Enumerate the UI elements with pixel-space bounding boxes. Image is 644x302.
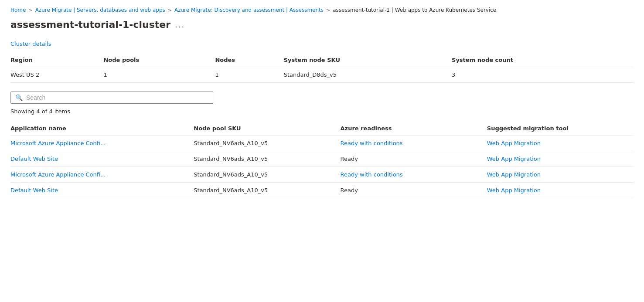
more-options-icon[interactable]: ... xyxy=(175,20,185,29)
azure-readiness-cell: Ready xyxy=(341,151,487,167)
cluster-node-pools: 1 xyxy=(103,67,215,83)
azure-readiness-cell: Ready with conditions xyxy=(341,136,487,151)
crumb-azure-migrate[interactable]: Azure Migrate | Servers, databases and w… xyxy=(35,7,165,13)
readiness-status[interactable]: Ready with conditions xyxy=(341,140,403,146)
breadcrumb: Home > Azure Migrate | Servers, database… xyxy=(10,7,634,13)
table-row: Default Web Site Standard_NV6ads_A10_v5 … xyxy=(10,151,634,167)
node-pool-sku-cell: Standard_NV6ads_A10_v5 xyxy=(194,167,340,183)
migration-tool-link[interactable]: Web App Migration xyxy=(487,156,541,162)
crumb-discovery[interactable]: Azure Migrate: Discovery and assessment … xyxy=(174,7,324,13)
app-name-link[interactable]: Default Web Site xyxy=(10,187,58,193)
crumb-assessment: assessment-tutorial-1 | Web apps to Azur… xyxy=(333,7,496,13)
cluster-node-count: 3 xyxy=(452,67,634,83)
search-box-container[interactable]: 🔍 xyxy=(10,92,213,104)
readiness-status: Ready xyxy=(341,187,358,193)
app-name-cell: Default Web Site xyxy=(10,151,194,167)
breadcrumb-sep-1: > xyxy=(28,7,32,13)
table-row: Microsoft Azure Appliance Confi... Stand… xyxy=(10,136,634,151)
app-name-cell: Microsoft Azure Appliance Confi... xyxy=(10,167,194,183)
cluster-details-label[interactable]: Cluster details xyxy=(10,41,634,47)
cluster-col-region: Region xyxy=(10,53,103,67)
migration-tool-link[interactable]: Web App Migration xyxy=(487,187,541,193)
migration-tool-link[interactable]: Web App Migration xyxy=(487,171,541,178)
showing-text: Showing 4 of 4 items xyxy=(10,108,634,115)
apps-col-migration-tool: Suggested migration tool xyxy=(487,122,634,136)
breadcrumb-sep-3: > xyxy=(326,7,330,13)
migration-tool-cell: Web App Migration xyxy=(487,167,634,183)
readiness-status: Ready xyxy=(341,156,358,162)
migration-tool-link[interactable]: Web App Migration xyxy=(487,140,541,146)
migration-tool-cell: Web App Migration xyxy=(487,151,634,167)
azure-readiness-cell: Ready with conditions xyxy=(341,167,487,183)
node-pool-sku-cell: Standard_NV6ads_A10_v5 xyxy=(194,151,340,167)
node-pool-sku-cell: Standard_NV6ads_A10_v5 xyxy=(194,183,340,198)
cluster-col-node-count: System node count xyxy=(452,53,634,67)
cluster-region: West US 2 xyxy=(10,67,103,83)
app-name-cell: Default Web Site xyxy=(10,183,194,198)
cluster-nodes: 1 xyxy=(215,67,283,83)
app-name-link[interactable]: Microsoft Azure Appliance Confi... xyxy=(10,140,106,146)
page-title-row: assessment-tutorial-1-cluster ... xyxy=(10,19,634,30)
apps-col-readiness: Azure readiness xyxy=(341,122,487,136)
apps-col-node-pool-sku: Node pool SKU xyxy=(194,122,340,136)
migration-tool-cell: Web App Migration xyxy=(487,136,634,151)
cluster-col-node-pools: Node pools xyxy=(103,53,215,67)
crumb-home[interactable]: Home xyxy=(10,7,26,13)
apps-col-name: Application name xyxy=(10,122,194,136)
search-input[interactable] xyxy=(26,94,208,101)
readiness-status[interactable]: Ready with conditions xyxy=(341,171,403,178)
breadcrumb-sep-2: > xyxy=(168,7,172,13)
app-name-link[interactable]: Microsoft Azure Appliance Confi... xyxy=(10,171,106,178)
node-pool-sku-cell: Standard_NV6ads_A10_v5 xyxy=(194,136,340,151)
table-row: Microsoft Azure Appliance Confi... Stand… xyxy=(10,167,634,183)
table-row: Default Web Site Standard_NV6ads_A10_v5 … xyxy=(10,183,634,198)
search-icon: 🔍 xyxy=(15,94,23,101)
app-name-cell: Microsoft Azure Appliance Confi... xyxy=(10,136,194,151)
azure-readiness-cell: Ready xyxy=(341,183,487,198)
apps-table: Application name Node pool SKU Azure rea… xyxy=(10,122,634,198)
cluster-col-nodes: Nodes xyxy=(215,53,283,67)
migration-tool-cell: Web App Migration xyxy=(487,183,634,198)
page-title: assessment-tutorial-1-cluster xyxy=(10,19,170,30)
cluster-row: West US 2 1 1 Standard_D8ds_v5 3 xyxy=(10,67,634,83)
app-name-link[interactable]: Default Web Site xyxy=(10,156,58,162)
cluster-system-sku: Standard_D8ds_v5 xyxy=(284,67,452,83)
cluster-details-table: Region Node pools Nodes System node SKU … xyxy=(10,53,634,83)
cluster-col-system-sku: System node SKU xyxy=(284,53,452,67)
